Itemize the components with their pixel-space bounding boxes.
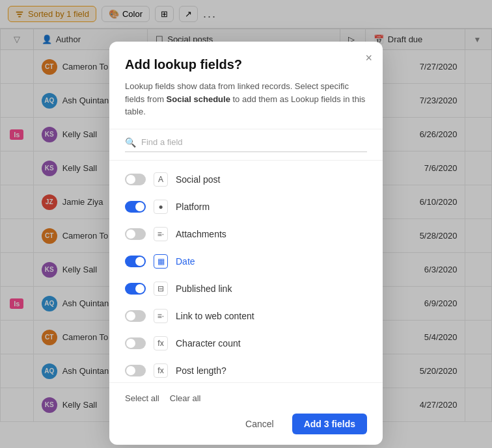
field-name: Published link [176,283,232,294]
field-name: Link to web content [176,311,254,321]
toggle-knob [126,311,135,321]
modal-search-area: 🔍 [109,129,383,161]
toggle-knob [126,366,135,375]
field-row[interactable]: ≡· Attachments [109,220,383,248]
field-name: Character count [176,338,241,349]
add-fields-button[interactable]: Add 3 fields [292,414,367,434]
field-row[interactable]: ⊟ Published link [109,275,383,302]
modal-title: Add lookup fields? [125,57,367,72]
field-type-icon: ≡· [154,227,168,241]
search-wrapper: 🔍 [125,137,367,152]
field-type-icon: ≡· [154,309,168,323]
field-row[interactable]: ≡· Link to web content [109,302,383,330]
field-name: Platform [176,202,210,212]
field-toggle[interactable] [125,228,146,240]
field-name: Date [176,256,195,267]
field-toggle[interactable] [125,283,146,295]
cancel-button[interactable]: Cancel [235,414,284,434]
field-name: Social post [176,174,220,185]
modal-header: Add lookup fields? Lookup fields show da… [109,42,383,129]
field-name: Post length? [176,365,226,376]
search-icon: 🔍 [125,137,136,148]
lookup-fields-modal: × Add lookup fields? Lookup fields show … [109,42,383,445]
field-type-icon: ● [154,200,168,214]
search-input[interactable] [141,137,367,147]
toggle-knob [135,202,144,211]
field-type-icon: ⊟ [154,282,168,296]
toggle-knob [126,175,135,184]
field-name: Attachments [176,229,226,239]
field-type-icon: A [154,172,168,187]
clear-all-button[interactable]: Clear all [170,393,201,403]
select-all-button[interactable]: Select all [125,393,159,403]
modal-footer: Select all Clear all Cancel Add 3 fields [109,382,383,445]
field-row[interactable]: A Social post [109,166,383,193]
modal-description: Lookup fields show data from linked reco… [125,80,367,118]
field-toggle[interactable] [125,337,146,349]
field-row[interactable]: fx Character count [109,330,383,357]
toggle-knob [126,339,135,348]
source-table-name: Social schedule [167,94,230,104]
field-type-icon: ▦ [154,254,168,269]
field-row[interactable]: ● Platform [109,193,383,220]
toggle-knob [135,257,144,266]
modal-close-button[interactable]: × [365,52,372,64]
footer-links: Select all Clear all [125,393,367,403]
modal-overlay: × Add lookup fields? Lookup fields show … [0,0,492,448]
field-toggle[interactable] [125,174,146,185]
field-toggle[interactable] [125,310,146,322]
field-toggle[interactable] [125,365,146,376]
fields-list: A Social post ● Platform ≡· Attachments … [109,161,383,383]
footer-actions: Cancel Add 3 fields [125,414,367,434]
field-row[interactable]: ▦ Date [109,248,383,275]
field-type-icon: fx [154,363,168,378]
field-type-icon: fx [154,336,168,350]
field-row[interactable]: fx Post length? [109,357,383,383]
field-toggle[interactable] [125,256,146,267]
toggle-knob [126,230,135,239]
field-toggle[interactable] [125,201,146,213]
toggle-knob [135,284,144,293]
